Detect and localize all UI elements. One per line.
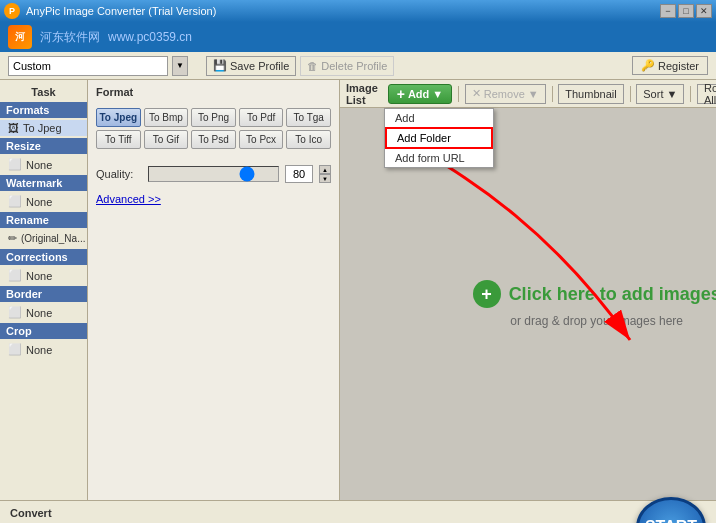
- quality-spinner: ▲ ▼: [319, 165, 331, 183]
- save-profile-button[interactable]: 💾 Save Profile: [206, 56, 296, 76]
- rename-icon: ✏: [8, 232, 17, 245]
- sidebar-section-crop: Crop ⬜ None: [0, 323, 87, 358]
- format-btn-ico[interactable]: To Ico: [286, 130, 331, 149]
- corrections-icon: ⬜: [8, 269, 22, 282]
- sidebar-watermark-title: Watermark: [0, 175, 87, 191]
- sort-arrow: ▼: [666, 88, 677, 100]
- delete-icon: 🗑: [307, 60, 318, 72]
- click-here-plus-icon: +: [473, 280, 501, 308]
- sidebar-section-corrections: Corrections ⬜ None: [0, 249, 87, 284]
- sidebar-rename-title: Rename: [0, 212, 87, 228]
- format-panel: Format To Jpeg To Bmp To Png To Pdf To T…: [88, 80, 340, 500]
- sidebar-section-border: Border ⬜ None: [0, 286, 87, 321]
- quality-down-button[interactable]: ▼: [319, 174, 331, 183]
- app-icon: P: [4, 3, 20, 19]
- toolbar-separator2: [552, 86, 553, 102]
- close-button[interactable]: ✕: [696, 4, 712, 18]
- watermark-url: www.pc0359.cn: [108, 30, 192, 44]
- quality-up-button[interactable]: ▲: [319, 165, 331, 174]
- watermark-banner: 河 河东软件网 www.pc0359.cn: [0, 22, 716, 52]
- preset-dropdown[interactable]: [8, 56, 168, 76]
- drop-hint: or drag & drop your images here: [510, 314, 683, 328]
- add-plus-icon: +: [397, 86, 405, 102]
- title-bar: P AnyPic Image Converter (Trial Version)…: [0, 0, 716, 22]
- format-buttons-grid: To Jpeg To Bmp To Png To Pdf To Tga To T…: [96, 108, 331, 149]
- image-list-toolbar: Image List + Add ▼ ✕ Remove ▼ Thumbnail …: [340, 80, 716, 108]
- sidebar-item-watermark[interactable]: ⬜ None: [0, 193, 87, 210]
- main-area: Task Formats 🖼 To Jpeg Resize ⬜ None Wat…: [0, 80, 716, 500]
- dropdown-item-add-url[interactable]: Add form URL: [385, 149, 493, 167]
- rotate-all-button[interactable]: Rotate All ▼: [697, 84, 716, 104]
- sidebar-formats-title: Formats: [0, 102, 87, 118]
- sidebar: Task Formats 🖼 To Jpeg Resize ⬜ None Wat…: [0, 80, 88, 500]
- format-btn-pdf[interactable]: To Pdf: [239, 108, 284, 127]
- crop-icon: ⬜: [8, 343, 22, 356]
- format-btn-bmp[interactable]: To Bmp: [144, 108, 189, 127]
- sidebar-item-corrections[interactable]: ⬜ None: [0, 267, 87, 284]
- sidebar-crop-title: Crop: [0, 323, 87, 339]
- add-dropdown-arrow[interactable]: ▼: [432, 88, 443, 100]
- delete-profile-button[interactable]: 🗑 Delete Profile: [300, 56, 394, 76]
- sidebar-item-formats[interactable]: 🖼 To Jpeg: [0, 120, 87, 136]
- dropdown-item-add[interactable]: Add: [385, 109, 493, 127]
- click-here-button[interactable]: + Click here to add images: [473, 280, 716, 308]
- sidebar-section-formats: Formats 🖼 To Jpeg: [0, 102, 87, 136]
- border-icon: ⬜: [8, 306, 22, 319]
- sidebar-border-title: Border: [0, 286, 87, 302]
- bottom-bar: Convert Destination Folder: ▼ Browse... …: [0, 500, 716, 523]
- resize-icon: ⬜: [8, 158, 22, 171]
- start-button[interactable]: START: [636, 497, 706, 523]
- quality-slider[interactable]: [148, 166, 279, 182]
- format-btn-pcx[interactable]: To Pcx: [239, 130, 284, 149]
- add-button[interactable]: + Add ▼: [388, 84, 452, 104]
- sort-button[interactable]: Sort ▼: [636, 84, 684, 104]
- register-button[interactable]: 🔑 Register: [632, 56, 708, 75]
- image-list-label: Image List: [346, 82, 380, 106]
- quality-label: Quality:: [96, 168, 142, 180]
- formats-icon: 🖼: [8, 122, 19, 134]
- sidebar-item-border[interactable]: ⬜ None: [0, 304, 87, 321]
- sidebar-item-rename[interactable]: ✏ (Original_Na...: [0, 230, 87, 247]
- format-btn-tiff[interactable]: To Tiff: [96, 130, 141, 149]
- preset-dropdown-arrow[interactable]: ▼: [172, 56, 188, 76]
- main-toolbar: ▼ 💾 Save Profile 🗑 Delete Profile 🔑 Regi…: [0, 52, 716, 80]
- sidebar-section-rename: Rename ✏ (Original_Na...: [0, 212, 87, 247]
- window-controls: − □ ✕: [660, 4, 712, 18]
- format-btn-png[interactable]: To Png: [191, 108, 236, 127]
- minimize-button[interactable]: −: [660, 4, 676, 18]
- sidebar-item-resize[interactable]: ⬜ None: [0, 156, 87, 173]
- sidebar-resize-title: Resize: [0, 138, 87, 154]
- title-bar-left: P AnyPic Image Converter (Trial Version): [4, 3, 216, 19]
- advanced-link[interactable]: Advanced >>: [96, 193, 331, 205]
- toolbar-separator4: [690, 86, 691, 102]
- format-btn-jpeg[interactable]: To Jpeg: [96, 108, 141, 127]
- watermark-icon: ⬜: [8, 195, 22, 208]
- thumbnail-button[interactable]: Thumbnail: [558, 84, 623, 104]
- quality-row: Quality: 80 ▲ ▼: [96, 165, 331, 183]
- sidebar-section-resize: Resize ⬜ None: [0, 138, 87, 173]
- convert-label: Convert: [10, 507, 706, 519]
- remove-icon: ✕: [472, 87, 481, 100]
- add-dropdown-menu: Add Add Folder Add form URL: [384, 108, 494, 168]
- format-btn-gif[interactable]: To Gif: [144, 130, 189, 149]
- quality-value: 80: [285, 165, 313, 183]
- format-label: Format: [96, 86, 331, 98]
- dropdown-item-add-folder[interactable]: Add Folder: [385, 127, 493, 149]
- sidebar-section-watermark: Watermark ⬜ None: [0, 175, 87, 210]
- watermark-site: 河东软件网: [40, 29, 100, 46]
- window-title: AnyPic Image Converter (Trial Version): [26, 5, 216, 17]
- watermark-logo: 河: [8, 25, 32, 49]
- key-icon: 🔑: [641, 59, 655, 72]
- sidebar-item-crop[interactable]: ⬜ None: [0, 341, 87, 358]
- format-btn-psd[interactable]: To Psd: [191, 130, 236, 149]
- remove-arrow: ▼: [528, 88, 539, 100]
- sidebar-corrections-title: Corrections: [0, 249, 87, 265]
- toolbar-separator: [458, 86, 459, 102]
- task-label: Task: [0, 84, 87, 102]
- toolbar-separator3: [630, 86, 631, 102]
- format-btn-tga[interactable]: To Tga: [286, 108, 331, 127]
- remove-button[interactable]: ✕ Remove ▼: [465, 84, 546, 104]
- maximize-button[interactable]: □: [678, 4, 694, 18]
- save-icon: 💾: [213, 59, 227, 72]
